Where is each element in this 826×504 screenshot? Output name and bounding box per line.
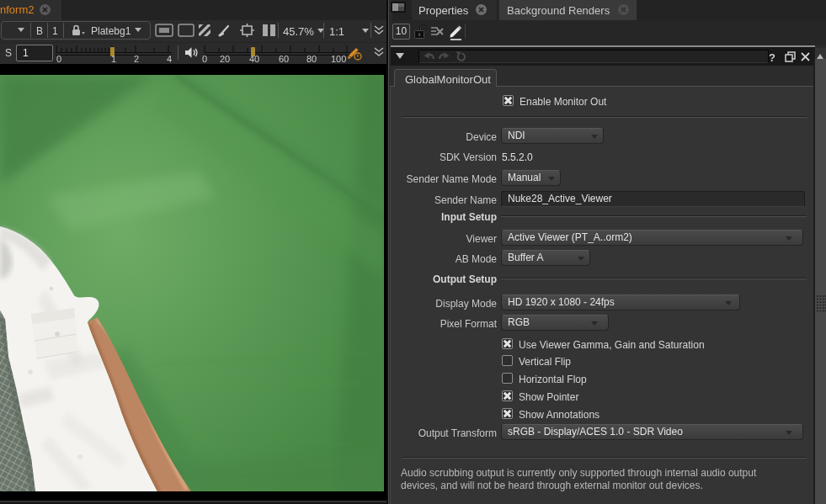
svg-text:80: 80 <box>306 54 317 64</box>
svg-text:4: 4 <box>167 54 172 64</box>
svg-text:1: 1 <box>111 54 116 64</box>
svg-text:60: 60 <box>279 54 289 64</box>
svg-text:0: 0 <box>56 54 61 64</box>
svg-text:20: 20 <box>220 54 230 64</box>
svg-text:40: 40 <box>249 54 259 64</box>
svg-text:2: 2 <box>134 54 139 64</box>
svg-text:0: 0 <box>202 54 207 64</box>
svg-text:100: 100 <box>331 54 346 64</box>
